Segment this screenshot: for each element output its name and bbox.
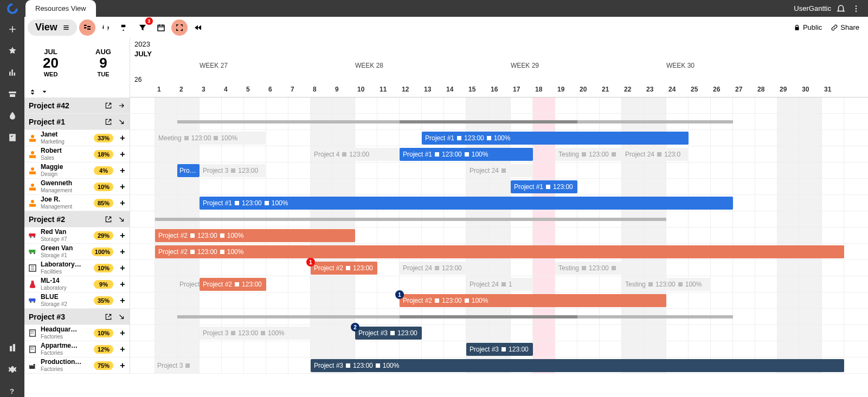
bell-icon[interactable] — [835, 3, 846, 14]
add-task-button[interactable]: + — [118, 166, 127, 175]
star-icon[interactable] — [7, 45, 18, 57]
task-bar[interactable]: Testing123:00100% — [622, 278, 711, 291]
main-area: View 3 Public Share JUL — [24, 17, 868, 397]
sort-icon[interactable] — [98, 19, 114, 36]
add-task-button[interactable]: + — [118, 198, 127, 208]
task-bar[interactable]: Testing123:00 — [555, 148, 622, 161]
add-task-button[interactable]: + — [118, 263, 127, 273]
task-bar[interactable]: Project #1123:00100% — [422, 132, 689, 145]
task-bar[interactable]: Testing123:00 — [555, 262, 622, 275]
dependency-marker[interactable]: 1 — [306, 258, 315, 266]
building-icon[interactable] — [7, 342, 18, 354]
task-bar[interactable]: Project 3 — [155, 359, 200, 372]
resource-lane[interactable]: Project #2123:00100% — [130, 227, 868, 244]
settings-icon[interactable] — [7, 363, 18, 375]
archive-icon[interactable] — [7, 88, 18, 100]
drop-icon[interactable] — [7, 110, 18, 122]
add-task-button[interactable]: + — [118, 344, 127, 354]
paint-icon[interactable] — [116, 19, 132, 36]
date-end[interactable]: AUG 9 TUE — [77, 38, 130, 87]
task-bar[interactable]: Project #1123:00100% — [200, 197, 733, 210]
resource-lane[interactable]: Meeting123:00100%Project #1123:00100% — [130, 130, 868, 146]
resource-lane[interactable]: Project 4123:00Project #1123:00100%Testi… — [130, 146, 868, 162]
expand-all-icon[interactable] — [41, 88, 48, 96]
open-external-icon[interactable] — [104, 101, 113, 110]
rewind-icon[interactable] — [190, 19, 206, 36]
add-task-button[interactable]: + — [118, 296, 127, 305]
view-button[interactable]: View — [28, 19, 77, 36]
group-header[interactable]: Project #42 — [24, 97, 130, 114]
open-external-icon[interactable] — [104, 214, 113, 224]
week-label: WEEK 29 — [511, 62, 539, 69]
resource-header: JanetMarketing33%+ — [24, 130, 130, 146]
calendar-icon[interactable] — [153, 19, 169, 36]
add-task-button[interactable]: + — [118, 182, 127, 192]
share-button[interactable]: Share — [831, 23, 859, 31]
resource-header: ML-14Laboratory9%+ — [24, 276, 130, 292]
open-external-icon[interactable] — [104, 312, 113, 322]
resource-lane[interactable]: Pro…Project 3123:00Project 24 — [130, 162, 868, 179]
collapse-arrow-icon[interactable] — [117, 101, 126, 110]
collapse-arrow-icon[interactable] — [117, 312, 126, 322]
add-icon[interactable] — [7, 23, 18, 35]
chart-icon[interactable] — [7, 67, 18, 79]
task-bar[interactable]: Project — [177, 278, 200, 291]
date-start[interactable]: JUL 20 WED — [24, 38, 77, 87]
task-bar[interactable]: Project #1123:00100% — [400, 148, 533, 161]
task-bar[interactable]: Project #3123:00 — [466, 343, 533, 356]
task-bar[interactable]: Project #2123:00 — [200, 278, 266, 291]
filter-icon[interactable]: 3 — [134, 19, 151, 36]
task-bar[interactable]: Meeting123:00100% — [155, 132, 266, 145]
add-task-button[interactable]: + — [118, 247, 127, 257]
task-bar[interactable]: Project #2123:00100% — [400, 294, 666, 307]
resource-name: Maggie — [41, 164, 92, 171]
task-bar[interactable]: Project #3123:00 — [355, 327, 422, 340]
resource-lane[interactable]: Project #1123:00100% — [130, 195, 868, 211]
add-task-button[interactable]: + — [118, 149, 127, 159]
resource-lane[interactable]: 1Project #2123:00Project 24123:00Testing… — [130, 260, 868, 276]
task-bar[interactable]: Project #2123:00100% — [155, 229, 355, 242]
resource-lane[interactable]: 1Project #2123:00100% — [130, 292, 868, 309]
task-bar[interactable]: Project #2123:00 — [311, 262, 377, 275]
task-bar[interactable]: Project 24123:00 — [400, 262, 466, 275]
resource-lane[interactable]: Project 3123:00100%2Project #3123:00 — [130, 325, 868, 341]
task-bar[interactable]: Project 3123:00100% — [200, 327, 355, 340]
collapse-arrow-icon[interactable] — [117, 214, 126, 224]
add-task-button[interactable]: + — [118, 133, 127, 143]
tab-resources-view[interactable]: Resources View — [25, 0, 96, 17]
task-bar[interactable]: Project #1123:00 — [511, 180, 577, 193]
app-logo[interactable] — [0, 0, 24, 17]
task-bar[interactable]: Project #2123:00100% — [155, 245, 844, 258]
group-header[interactable]: Project #3 — [24, 309, 130, 325]
resource-lane[interactable]: Project #1123:00 — [130, 179, 868, 195]
task-bar[interactable]: Project 4123:00 — [311, 148, 400, 161]
resource-lane[interactable]: ProjectProject #2123:00Project 241Testin… — [130, 276, 868, 292]
collapse-all-icon[interactable] — [29, 88, 36, 96]
group-header[interactable]: Project #1 — [24, 114, 130, 130]
collapse-arrow-icon[interactable] — [117, 117, 126, 127]
help-icon[interactable]: ? — [7, 385, 18, 397]
add-task-button[interactable]: + — [118, 231, 127, 240]
kebab-menu-icon[interactable] — [851, 3, 861, 14]
dependency-marker[interactable]: 2 — [351, 323, 359, 331]
group-header[interactable]: Project #2 — [24, 211, 130, 227]
task-bar[interactable]: Project #3123:00100% — [311, 359, 844, 372]
add-task-button[interactable]: + — [118, 361, 127, 370]
task-bar[interactable]: Project 241 — [466, 278, 533, 291]
resource-lane[interactable]: Project #2123:00100% — [130, 244, 868, 260]
current-user[interactable]: UserGanttic — [794, 4, 831, 12]
resource-lane[interactable]: Project #3123:00 — [130, 341, 868, 357]
fullscreen-icon[interactable] — [171, 19, 188, 36]
add-task-button[interactable]: + — [118, 279, 127, 289]
task-bar[interactable]: Project 24123:0 — [622, 148, 689, 161]
task-bar[interactable]: Project 3123:00 — [200, 164, 266, 177]
add-task-button[interactable]: + — [118, 328, 127, 338]
dependency-marker[interactable]: 1 — [395, 290, 404, 299]
public-button[interactable]: Public — [793, 23, 822, 31]
hierarchy-icon[interactable] — [79, 19, 95, 36]
task-bar[interactable]: Pro… — [177, 164, 200, 177]
resource-lane[interactable]: Project 3Project #3123:00100% — [130, 357, 868, 374]
checklist-icon[interactable] — [7, 132, 18, 144]
task-bar[interactable]: Project 24 — [466, 164, 533, 177]
open-external-icon[interactable] — [104, 117, 113, 127]
